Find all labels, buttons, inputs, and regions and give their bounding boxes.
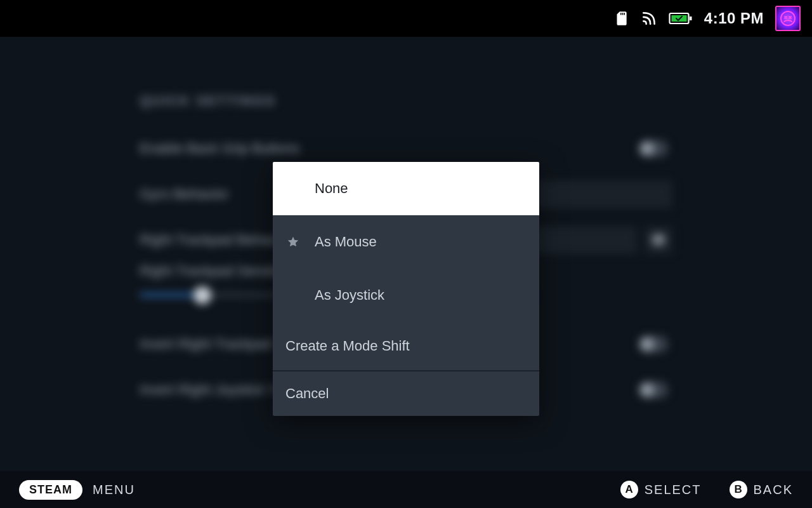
status-bar: 4:10 PM xyxy=(0,0,812,37)
avatar[interactable] xyxy=(775,6,801,31)
svg-point-3 xyxy=(781,11,795,25)
sd-card-icon xyxy=(613,10,629,27)
content-area: QUICK SETTINGS Enable Back Grip Buttons … xyxy=(0,37,812,471)
bottom-bar: STEAM MENU A SELECT B BACK xyxy=(0,471,812,508)
create-mode-shift[interactable]: Create a Mode Shift xyxy=(273,322,539,370)
toggle xyxy=(639,382,668,398)
gear-icon xyxy=(645,226,672,254)
section-title: QUICK SETTINGS xyxy=(140,93,672,109)
steam-button[interactable]: STEAM xyxy=(19,480,82,500)
hint-label: SELECT xyxy=(645,483,702,497)
setting-label: Enable Back Grip Buttons xyxy=(140,140,634,157)
star-icon xyxy=(285,236,301,248)
option-as-joystick[interactable]: As Joystick xyxy=(273,269,539,322)
option-label: As Mouse xyxy=(315,234,377,250)
toggle xyxy=(639,336,668,352)
network-icon xyxy=(641,10,657,27)
svg-rect-1 xyxy=(690,17,692,20)
a-glyph-icon: A xyxy=(620,481,638,498)
battery-icon xyxy=(669,11,693,26)
create-label: Create a Mode Shift xyxy=(285,338,410,354)
hint-a-select: A SELECT xyxy=(620,481,702,498)
toggle xyxy=(639,140,668,157)
option-label: None xyxy=(315,180,348,197)
option-label: As Joystick xyxy=(315,287,384,304)
gyro-options-modal: None As Mouse As Joystick Create a Mode … xyxy=(273,162,539,416)
hint-label: BACK xyxy=(754,483,793,497)
option-as-mouse[interactable]: As Mouse xyxy=(273,215,539,269)
option-none[interactable]: None xyxy=(273,162,539,215)
b-glyph-icon: B xyxy=(730,481,747,498)
clock: 4:10 PM xyxy=(704,10,764,27)
cancel-label: Cancel xyxy=(285,385,329,402)
cancel-button[interactable]: Cancel xyxy=(273,370,539,416)
hint-b-back: B BACK xyxy=(730,481,793,498)
menu-button[interactable]: MENU xyxy=(93,483,135,497)
